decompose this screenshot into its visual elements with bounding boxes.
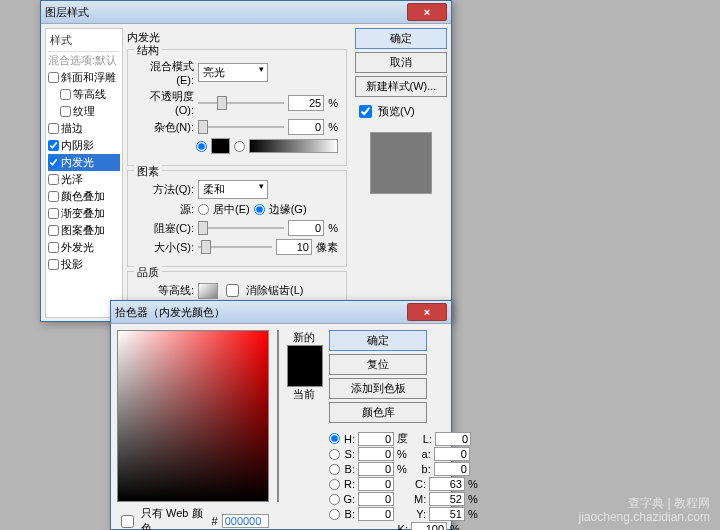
sidebar-checkbox[interactable] (48, 259, 59, 270)
opacity-slider[interactable] (198, 96, 284, 110)
window-title: 图层样式 (45, 5, 407, 20)
color-swatch[interactable] (211, 138, 230, 154)
bl-input[interactable]: 0 (358, 507, 394, 521)
layer-style-dialog: 图层样式 × 样式 混合选项:默认斜面和浮雕等高线纹理描边内阴影内发光光泽颜色叠… (40, 0, 452, 322)
c-input[interactable]: 63 (429, 477, 465, 491)
opacity-input[interactable]: 25 (288, 95, 324, 111)
g-input[interactable]: 0 (358, 492, 394, 506)
close-icon[interactable]: × (407, 303, 447, 321)
sidebar-item-9[interactable]: 渐变叠加 (48, 205, 120, 222)
titlebar: 图层样式 × (41, 1, 451, 24)
s-radio[interactable] (329, 449, 340, 460)
add-swatch-button[interactable]: 添加到色板 (329, 378, 427, 399)
color-libs-button[interactable]: 颜色库 (329, 402, 427, 423)
sidebar-checkbox[interactable] (48, 225, 59, 236)
preview-checkbox[interactable] (359, 105, 372, 118)
contour-picker[interactable] (198, 283, 218, 299)
sidebar-header: 样式 (48, 31, 120, 52)
choke-slider[interactable] (198, 221, 284, 235)
sidebar-item-11[interactable]: 外发光 (48, 239, 120, 256)
sidebar-item-6[interactable]: 内发光 (48, 154, 120, 171)
g-radio[interactable] (329, 494, 340, 505)
y-input[interactable]: 51 (429, 507, 465, 521)
r-input[interactable]: 0 (358, 477, 394, 491)
web-colors-checkbox[interactable] (121, 515, 134, 528)
sidebar-checkbox[interactable] (48, 123, 59, 134)
sidebar-checkbox[interactable] (48, 242, 59, 253)
hex-input[interactable]: 000000 (222, 514, 269, 528)
b-radio[interactable] (329, 464, 340, 475)
blend-mode-label: 混合模式(E): (136, 59, 194, 86)
gradient-radio[interactable] (234, 141, 245, 152)
a-input[interactable]: 0 (434, 447, 470, 461)
r-radio[interactable] (329, 479, 340, 490)
group-structure: 结构 混合模式(E): 亮光 不透明度(O): 25 % 杂色(N): 0 % (127, 49, 347, 166)
preview-swatch (370, 132, 432, 194)
m-input[interactable]: 52 (429, 492, 465, 506)
sidebar-checkbox[interactable] (48, 140, 59, 151)
reset-button[interactable]: 复位 (329, 354, 427, 375)
cancel-button[interactable]: 取消 (355, 52, 447, 73)
gradient-swatch[interactable] (249, 139, 338, 153)
source-center-radio[interactable] (198, 204, 209, 215)
size-slider[interactable] (198, 240, 272, 254)
sidebar-item-7[interactable]: 光泽 (48, 171, 120, 188)
new-color-swatch (287, 345, 323, 387)
watermark: 查字典 | 教程网 jiaocheng.chazidian.com (579, 496, 710, 524)
h-input[interactable]: 0 (358, 432, 394, 446)
noise-slider[interactable] (198, 120, 284, 134)
ok-button[interactable]: 确定 (329, 330, 427, 351)
noise-input[interactable]: 0 (288, 119, 324, 135)
s-input[interactable]: 0 (358, 447, 394, 461)
sidebar-item-12[interactable]: 投影 (48, 256, 120, 273)
close-icon[interactable]: × (407, 3, 447, 21)
source-edge-radio[interactable] (254, 204, 265, 215)
sidebar-checkbox[interactable] (48, 72, 59, 83)
window-title: 拾色器（内发光颜色） (115, 305, 407, 320)
antialias-checkbox[interactable] (226, 284, 239, 297)
l-input[interactable]: 0 (435, 432, 471, 446)
b-input[interactable]: 0 (358, 462, 394, 476)
color-picker-dialog: 拾色器（内发光颜色） × 只有 Web 颜色 # 000000 新的 当前 确定… (110, 300, 452, 530)
sidebar-item-4[interactable]: 描边 (48, 120, 120, 137)
choke-input[interactable]: 0 (288, 220, 324, 236)
hue-slider[interactable] (277, 330, 279, 502)
method-combo[interactable]: 柔和 (198, 180, 268, 199)
sidebar-item-2[interactable]: 等高线 (48, 86, 120, 103)
new-style-button[interactable]: 新建样式(W)... (355, 76, 447, 97)
h-radio[interactable] (329, 433, 340, 444)
sidebar-item-3[interactable]: 纹理 (48, 103, 120, 120)
b2-input[interactable]: 0 (434, 462, 470, 476)
blend-mode-combo[interactable]: 亮光 (198, 63, 268, 82)
style-sidebar: 样式 混合选项:默认斜面和浮雕等高线纹理描边内阴影内发光光泽颜色叠加渐变叠加图案… (45, 28, 123, 318)
titlebar: 拾色器（内发光颜色） × (111, 301, 451, 324)
sidebar-checkbox[interactable] (48, 191, 59, 202)
sidebar-item-8[interactable]: 颜色叠加 (48, 188, 120, 205)
sidebar-item-0[interactable]: 混合选项:默认 (48, 52, 120, 69)
size-input[interactable]: 10 (276, 239, 312, 255)
color-field[interactable] (117, 330, 269, 502)
sidebar-checkbox[interactable] (60, 89, 71, 100)
sidebar-checkbox[interactable] (48, 174, 59, 185)
color-radio[interactable] (196, 141, 207, 152)
sidebar-checkbox[interactable] (48, 208, 59, 219)
sidebar-item-5[interactable]: 内阴影 (48, 137, 120, 154)
sidebar-item-10[interactable]: 图案叠加 (48, 222, 120, 239)
sidebar-checkbox[interactable] (48, 157, 59, 168)
ok-button[interactable]: 确定 (355, 28, 447, 49)
group-elements: 图素 方法(Q): 柔和 源: 居中(E) 边缘(G) 阻塞(C): 0 % (127, 170, 347, 267)
sidebar-checkbox[interactable] (60, 106, 71, 117)
sidebar-item-1[interactable]: 斜面和浮雕 (48, 69, 120, 86)
k-input[interactable]: 100 (411, 522, 447, 530)
bl-radio[interactable] (329, 509, 340, 520)
